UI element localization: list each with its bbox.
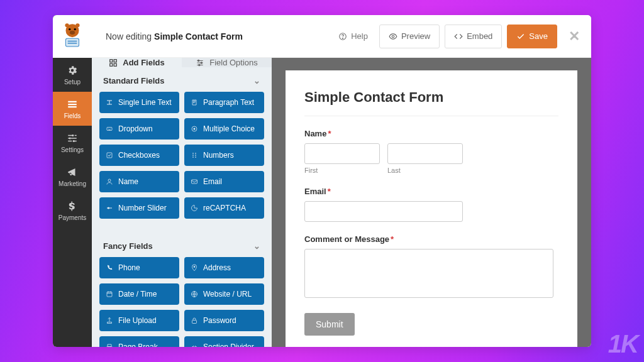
last-wrap: Last <box>387 143 463 174</box>
rail-marketing-label: Marketing <box>58 180 86 187</box>
close-icon: ✕ <box>569 28 580 44</box>
field-pill-label: Email <box>203 177 222 186</box>
tab-field-options[interactable]: Field Options <box>182 58 272 67</box>
field-password[interactable]: Password <box>184 310 264 331</box>
field-date-time[interactable]: Date / Time <box>99 283 179 305</box>
field-name[interactable]: Name <box>99 171 179 192</box>
body-row: Add Fields Field Options Standard Fields… <box>92 58 591 347</box>
field-recaptcha[interactable]: reCAPTCHA <box>184 197 264 219</box>
comment-textarea[interactable] <box>304 249 553 298</box>
svg-point-21 <box>199 64 200 65</box>
field-checkboxes[interactable]: Checkboxes <box>99 145 179 166</box>
field-website-url[interactable]: Website / URL <box>184 283 264 305</box>
field-icon <box>106 290 113 298</box>
close-button[interactable]: ✕ <box>569 28 580 45</box>
field-icon <box>106 125 113 133</box>
last-sublabel: Last <box>387 167 463 174</box>
field-email[interactable]: Email <box>184 171 264 192</box>
grid-icon <box>109 58 118 67</box>
sliders-icon <box>196 58 204 67</box>
form-name-block: Name* First Last <box>304 129 558 174</box>
field-pill-label: Single Line Text <box>118 98 172 107</box>
field-icon <box>106 99 113 106</box>
rail-fields[interactable]: Fields <box>53 92 92 126</box>
editing-form-name: Simple Contact Form <box>154 31 243 41</box>
section-standard-head[interactable]: Standard Fields ⌄ <box>92 67 272 92</box>
field-pill-label: Name <box>118 177 138 186</box>
rail-payments[interactable]: Payments <box>53 194 92 228</box>
fancy-fields-grid: PhoneAddressDate / TimeWebsite / URLFile… <box>92 257 272 347</box>
field-icon <box>191 343 198 347</box>
svg-rect-15 <box>110 59 113 62</box>
field-pill-label: Date / Time <box>118 290 157 299</box>
help-icon <box>338 32 347 41</box>
save-button[interactable]: Save <box>507 25 557 48</box>
field-paragraph-text[interactable]: Paragraph Text <box>184 92 264 113</box>
top-bar: Now editing Simple Contact Form Help Pre… <box>92 15 591 58</box>
field-number-slider[interactable]: Number Slider <box>99 197 179 219</box>
rail-settings[interactable]: Settings <box>53 126 92 160</box>
left-rail: Setup Fields Settings Marketing Payments <box>53 15 92 347</box>
form-card: Simple Contact Form Name* First <box>286 70 577 347</box>
field-section-divider[interactable]: Section Divider <box>184 336 264 347</box>
field-numbers[interactable]: Numbers <box>184 145 264 166</box>
svg-rect-16 <box>114 59 116 62</box>
field-pill-label: File Upload <box>118 316 157 325</box>
section-fancy-head[interactable]: Fancy Fields ⌄ <box>92 233 272 257</box>
embed-label: Embed <box>467 31 492 41</box>
rail-settings-label: Settings <box>61 146 84 153</box>
svg-point-11 <box>73 140 75 142</box>
chevron-down-icon: ⌄ <box>253 76 260 85</box>
svg-point-4 <box>65 23 69 27</box>
comment-label: Comment or Message* <box>304 234 558 244</box>
svg-rect-32 <box>192 321 197 324</box>
field-dropdown[interactable]: Dropdown <box>99 118 179 140</box>
first-sublabel: First <box>304 167 380 174</box>
embed-button[interactable]: Embed <box>445 25 502 48</box>
field-pill-label: Phone <box>118 263 140 272</box>
help-link[interactable]: Help <box>338 31 368 41</box>
eye-icon <box>389 32 397 41</box>
tab-add-label: Add Fields <box>123 58 164 67</box>
comment-label-text: Comment or Message <box>304 234 389 244</box>
field-icon <box>191 204 198 212</box>
field-single-line-text[interactable]: Single Line Text <box>99 92 179 113</box>
field-icon <box>191 178 198 185</box>
main-column: Now editing Simple Contact Form Help Pre… <box>92 15 591 347</box>
svg-rect-18 <box>114 63 116 66</box>
editing-prefix: Now editing <box>106 31 152 41</box>
field-address[interactable]: Address <box>184 257 264 278</box>
field-icon <box>106 151 113 159</box>
field-icon <box>191 264 198 272</box>
section-standard-label: Standard Fields <box>103 76 165 85</box>
first-name-input[interactable] <box>304 143 380 164</box>
svg-rect-30 <box>107 292 112 297</box>
rail-marketing[interactable]: Marketing <box>53 160 92 194</box>
svg-point-14 <box>392 35 394 38</box>
field-multiple-choice[interactable]: Multiple Choice <box>184 118 264 140</box>
field-icon <box>106 204 113 212</box>
field-pill-label: Section Divider <box>203 343 254 347</box>
svg-point-5 <box>75 23 79 27</box>
email-input[interactable] <box>304 201 463 222</box>
editing-title: Now editing Simple Contact Form <box>106 31 243 41</box>
svg-point-1 <box>69 28 70 30</box>
chevron-down-icon: ⌄ <box>253 241 260 251</box>
email-label-text: Email <box>304 187 326 196</box>
field-page-break[interactable]: Page Break <box>99 336 179 347</box>
field-icon <box>191 125 198 133</box>
field-pill-label: Password <box>203 316 236 325</box>
submit-label: Submit <box>316 319 343 329</box>
field-phone[interactable]: Phone <box>99 257 179 278</box>
preview-label: Preview <box>401 31 430 41</box>
watermark: 1K <box>608 330 638 358</box>
preview-button[interactable]: Preview <box>379 25 440 48</box>
field-pill-label: Paragraph Text <box>203 98 254 107</box>
tab-add-fields[interactable]: Add Fields <box>92 58 182 67</box>
form-title: Simple Contact Form <box>304 89 558 116</box>
field-icon <box>106 178 113 185</box>
submit-button[interactable]: Submit <box>304 313 355 336</box>
field-file-upload[interactable]: File Upload <box>99 310 179 331</box>
rail-setup[interactable]: Setup <box>53 58 92 92</box>
last-name-input[interactable] <box>387 143 463 164</box>
